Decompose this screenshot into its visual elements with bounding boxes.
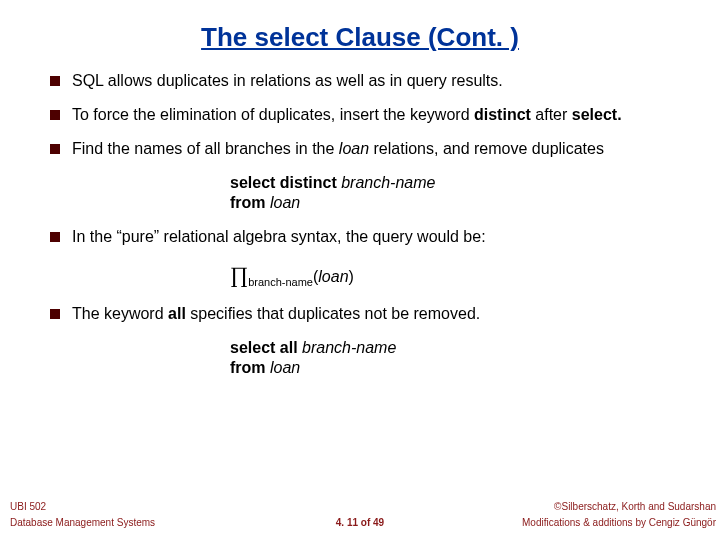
code-block-1: select distinct branch-name from loan [230,173,675,213]
projection-expr: ∏branch-name(loan) [230,261,675,290]
bullet-text: To force the elimination of duplicates, … [72,105,675,125]
slide-title: The select Clause (Cont. ) [0,0,720,71]
bullet-icon [50,110,60,120]
bullet-1: SQL allows duplicates in relations as we… [50,71,675,91]
code-line: select distinct branch-name [230,173,675,193]
slide: The select Clause (Cont. ) SQL allows du… [0,0,720,540]
bullet-4: In the “pure” relational algebra syntax,… [50,227,675,247]
bullet-text: Find the names of all branches in the lo… [72,139,675,159]
footer-course: UBI 502 [10,501,46,512]
code-line: from loan [230,193,675,213]
bullet-icon [50,309,60,319]
code-line: select all branch-name [230,338,675,358]
bullet-icon [50,76,60,86]
bullet-icon [50,144,60,154]
code-block-2: select all branch-name from loan [230,338,675,378]
code-line: from loan [230,358,675,378]
pi-symbol: ∏ [230,262,248,287]
bullet-2: To force the elimination of duplicates, … [50,105,675,125]
bullet-icon [50,232,60,242]
footer-mods: Modifications & additions by Cengiz Güng… [522,517,716,528]
bullet-text: SQL allows duplicates in relations as we… [72,71,675,91]
bullet-text: The keyword all specifies that duplicate… [72,304,675,324]
bullet-5: The keyword all specifies that duplicate… [50,304,675,324]
bullet-text: In the “pure” relational algebra syntax,… [72,227,675,247]
content-area: SQL allows duplicates in relations as we… [0,71,720,378]
footer-copyright: ©Silberschatz, Korth and Sudarshan [554,501,716,512]
bullet-3: Find the names of all branches in the lo… [50,139,675,159]
